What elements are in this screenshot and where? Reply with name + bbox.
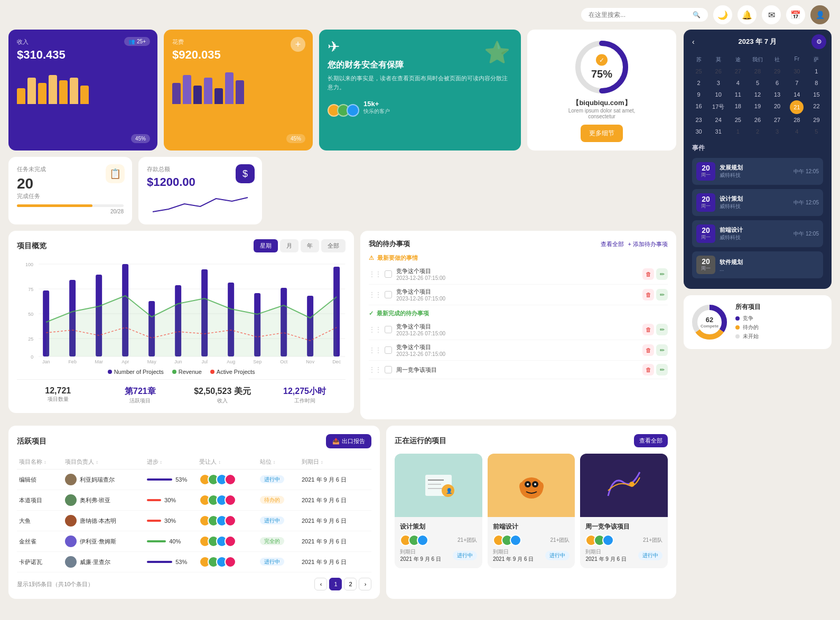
cal-day-16[interactable]: 16 [689,100,708,114]
calendar-settings-btn[interactable]: ⚙ [811,34,826,49]
ebar-2 [183,75,191,104]
cal-day-23[interactable]: 23 [689,114,708,126]
event-item-4[interactable]: 20 周一 软件规划 ... [692,251,823,278]
cal-day-next-3[interactable]: 3 [768,126,787,137]
page-next-btn[interactable]: › [359,578,371,590]
svg-text:Jun: Jun [174,359,182,364]
cal-day-prev-29[interactable]: 29 [768,65,787,77]
todo-section-urgent: ⚠ 最新要做的事情 [369,254,668,262]
todo-add-btn[interactable]: + 添加待办事项 [628,240,668,248]
cal-day-21-today[interactable]: 21 [790,100,804,114]
event-item-2[interactable]: 20 周一 设计策划 威特科技 中午 12:05 [692,189,823,216]
event-company-3: 威特科技 [720,234,789,241]
todo-delete-1[interactable]: 🗑 [642,268,654,280]
todo-check-2[interactable] [385,291,392,298]
tab-all[interactable]: 全部 [321,239,346,252]
cal-day-12[interactable]: 12 [748,89,767,100]
cal-day-prev-27[interactable]: 27 [728,65,748,77]
todo-item-3: ⋮⋮ 竞争这个项目 2023-12-26 07:15:00 🗑 ✏ [369,320,668,340]
cal-day-30[interactable]: 30 [689,126,708,137]
cal-prev-btn[interactable]: ‹ [692,37,695,46]
cal-day-25[interactable]: 25 [728,114,748,126]
tab-week[interactable]: 星期 [254,239,278,252]
cal-day-9[interactable]: 9 [689,89,708,100]
cal-header-tue: 途 [728,54,748,65]
cal-day-7[interactable]: 7 [787,77,807,89]
cal-day-next-1[interactable]: 1 [728,126,748,137]
tab-year[interactable]: 年 [301,239,319,252]
todo-edit-3[interactable]: ✏ [656,324,668,335]
cal-day-6[interactable]: 6 [768,77,787,89]
export-btn[interactable]: 📤 出口报告 [326,434,371,448]
cal-day-15[interactable]: 15 [807,89,826,100]
cal-day-prev-28[interactable]: 28 [748,65,767,77]
cal-day-prev-25[interactable]: 25 [689,65,708,77]
page-1-btn[interactable]: 1 [329,578,342,590]
calendar-icon[interactable]: 📅 [786,5,805,24]
cell-status-1: 进行中 [258,469,300,490]
notifications-icon[interactable]: 🔔 [738,5,757,24]
cal-day-next-4[interactable]: 4 [787,126,807,137]
todo-edit-4[interactable]: ✏ [656,344,668,356]
expense-add-btn[interactable]: + [291,37,305,52]
cal-day-17[interactable]: 17号 [708,100,728,114]
todo-actions-3: 🗑 ✏ [642,324,668,335]
cal-day-5[interactable]: 5 [748,77,767,89]
todo-check-5[interactable] [385,366,392,373]
cal-day-14[interactable]: 14 [787,89,807,100]
todo-delete-4[interactable]: 🗑 [642,344,654,356]
expense-bars [172,72,304,104]
todo-text-2: 竞争这个项目 [396,288,642,296]
cal-day-18[interactable]: 18 [728,100,748,114]
todo-delete-2[interactable]: 🗑 [642,289,654,300]
cal-day-next-5[interactable]: 5 [807,126,826,137]
event-item-3[interactable]: 20 周一 前端设计 威特科技 中午 12:05 [692,220,823,247]
revenue-card: 收入 $310.435 👥 25+ 45% [8,30,157,151]
cal-day-13[interactable]: 13 [768,89,787,100]
cal-day-2[interactable]: 2 [689,77,708,89]
todo-edit-1[interactable]: ✏ [656,268,668,280]
todo-delete-5[interactable]: 🗑 [642,364,654,375]
cal-day-29[interactable]: 29 [807,114,826,126]
cal-day-1[interactable]: 1 [807,65,826,77]
cal-day-prev-30[interactable]: 30 [787,65,807,77]
cal-day-20[interactable]: 20 [768,100,787,114]
cal-day-26[interactable]: 26 [748,114,767,126]
search-input[interactable] [589,11,688,18]
cal-day-28[interactable]: 28 [787,114,807,126]
event-item-1[interactable]: 20 周一 发展规划 威特科技 中午 12:05 [692,158,823,185]
cal-day-prev-26[interactable]: 26 [708,65,728,77]
more-detail-btn[interactable]: 更多细节 [581,125,623,142]
dark-mode-toggle[interactable]: 🌙 [713,5,732,24]
cal-day-8[interactable]: 8 [807,77,826,89]
search-box[interactable]: 🔍 [581,8,708,22]
tasks-progress-text: 20/28 [17,209,124,214]
mail-icon[interactable]: ✉ [762,5,781,24]
todo-check-1[interactable] [385,270,392,278]
todo-check-3[interactable] [385,326,392,333]
cal-day-31[interactable]: 31 [708,126,728,137]
cal-day-3[interactable]: 3 [708,77,728,89]
tab-month[interactable]: 月 [280,239,298,252]
cell-assignees-5 [197,552,257,572]
cal-day-24[interactable]: 24 [708,114,728,126]
todo-delete-3[interactable]: 🗑 [642,324,654,335]
user-avatar[interactable]: 👤 [810,5,829,24]
todo-edit-5[interactable]: ✏ [656,364,668,375]
col-due: 到期日 ↕ [300,455,371,469]
cal-day-27[interactable]: 27 [768,114,787,126]
cal-day-10[interactable]: 10 [708,89,728,100]
cal-day-22[interactable]: 22 [807,100,826,114]
cal-day-4[interactable]: 4 [728,77,748,89]
pagination-info: 显示1到5条目（共10个条目） [17,580,94,588]
cal-day-next-2[interactable]: 2 [748,126,767,137]
cal-day-11[interactable]: 11 [728,89,748,100]
view-all-running-btn[interactable]: 查看全部 [634,434,668,447]
todo-check-4[interactable] [385,346,392,354]
event-name-4: 软件规划 [720,258,819,266]
page-prev-btn[interactable]: ‹ [314,578,327,590]
todo-edit-2[interactable]: ✏ [656,289,668,300]
cal-day-19[interactable]: 19 [748,100,767,114]
todo-view-all[interactable]: 查看全部 [601,240,624,248]
page-2-btn[interactable]: 2 [344,578,357,590]
